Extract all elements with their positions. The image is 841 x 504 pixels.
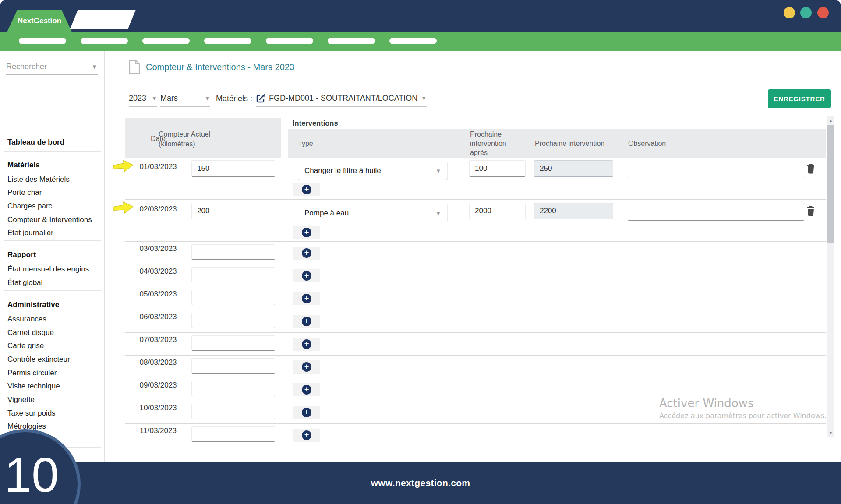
- add-intervention-button[interactable]: +: [302, 339, 311, 349]
- row-date: 08/03/2023: [125, 358, 191, 367]
- compteur-input[interactable]: [191, 160, 275, 177]
- save-button[interactable]: ENREGISTRER: [768, 89, 831, 108]
- observation-input[interactable]: [628, 204, 804, 221]
- compteur-input[interactable]: [191, 381, 275, 396]
- table-row: 11/03/2023 +: [125, 423, 826, 446]
- compteur-input[interactable]: [191, 244, 275, 260]
- materiel-select[interactable]: FGD-MD001 - SOUTRAITANT/LOCATION ▼: [256, 90, 427, 107]
- next-intervention-input: [534, 203, 613, 219]
- nav-menu-pill[interactable]: [142, 38, 190, 44]
- footer-bar: www.nextgestion.com: [0, 462, 841, 504]
- sidebar-item-carnet-disque[interactable]: Carnet disque: [7, 328, 54, 337]
- sidebar-item-assurances[interactable]: Assurances: [7, 315, 46, 324]
- month-select-value: Mars: [160, 94, 178, 103]
- window-maximize-dot[interactable]: [800, 7, 812, 18]
- sidebar-item-taxe-sur-poids[interactable]: Taxe sur poids: [7, 409, 56, 418]
- nav-menu-pill[interactable]: [19, 38, 66, 44]
- compteur-input[interactable]: [191, 267, 275, 282]
- highlight-arrow: [113, 199, 135, 217]
- sidebar-section-administrative: Administrative: [7, 300, 59, 309]
- row-date: 06/03/2023: [125, 313, 191, 321]
- sidebar-item-etat-mensuel[interactable]: État mensuel des engins: [7, 265, 89, 274]
- windows-watermark-subtitle: Accédez aux paramètres pour activer Wind…: [659, 412, 827, 420]
- col-header-type: Type: [298, 139, 313, 148]
- compteur-input[interactable]: [191, 358, 275, 374]
- add-intervention-button[interactable]: +: [302, 385, 311, 395]
- row-date: 07/03/2023: [125, 335, 191, 344]
- table-header-left: Date Compteur Actuel (kilomètres): [125, 118, 281, 158]
- sidebar-item-charges-parc[interactable]: Charges parc: [7, 202, 52, 211]
- add-intervention-button[interactable]: +: [302, 271, 311, 281]
- plus-pad: +: [293, 429, 320, 442]
- add-intervention-button[interactable]: +: [302, 228, 311, 237]
- sidebar-search: ▼: [6, 60, 98, 75]
- chevron-down-icon: ▼: [435, 210, 441, 217]
- observation-input[interactable]: [628, 162, 804, 178]
- month-select[interactable]: Mars ▼: [160, 90, 210, 107]
- sidebar-item-dashboard[interactable]: Tableau de bord: [7, 138, 64, 147]
- add-intervention-button[interactable]: +: [302, 408, 311, 417]
- col-header-next: Prochaine intervention: [535, 139, 604, 148]
- nav-menu-pill[interactable]: [389, 38, 437, 44]
- add-intervention-button[interactable]: +: [302, 185, 311, 194]
- chevron-down-icon[interactable]: ▼: [92, 63, 97, 70]
- scroll-down-button[interactable]: ▼: [827, 429, 834, 437]
- sidebar-item-permis-circuler[interactable]: Permis circuler: [7, 369, 57, 377]
- browser-tab-blank: [70, 10, 136, 29]
- window-close-dot[interactable]: [817, 7, 829, 18]
- sidebar-item-compteur-interventions[interactable]: Compteur & Interventions: [7, 215, 92, 224]
- main-nav-bar: [0, 32, 841, 51]
- compteur-input[interactable]: [191, 335, 275, 351]
- add-intervention-button[interactable]: +: [302, 294, 311, 303]
- col-header-compteur: Compteur Actuel (kilomètres): [159, 130, 210, 149]
- interventions-subheader: Type Prochaine intervention après Procha…: [288, 129, 826, 158]
- add-intervention-button[interactable]: +: [302, 317, 311, 326]
- window-minimize-dot[interactable]: [784, 7, 795, 18]
- sidebar-item-carte-grise[interactable]: Carte grise: [7, 342, 44, 350]
- table-header-interventions: Interventions Type Prochaine interventio…: [288, 115, 826, 158]
- col-header-observation: Observation: [628, 139, 666, 148]
- sidebar-item-vignette[interactable]: Vignette: [7, 395, 35, 404]
- brand-tab[interactable]: NextGestion: [7, 10, 72, 32]
- trash-icon[interactable]: [806, 163, 815, 174]
- plus-pad: +: [293, 247, 320, 260]
- sidebar-item-controle-extincteur[interactable]: Contrôle extincteur: [7, 355, 70, 364]
- vertical-scrollbar[interactable]: ▲ ▼: [827, 116, 834, 437]
- add-intervention-button[interactable]: +: [302, 362, 311, 372]
- compteur-input[interactable]: [191, 313, 275, 328]
- compteur-input[interactable]: [191, 290, 275, 305]
- col-header-compteur-line1: Compteur Actuel: [159, 130, 210, 139]
- materiel-label: Matériels :: [216, 94, 252, 103]
- page-title: Compteur & Interventions - Mars 2023: [146, 62, 294, 72]
- add-intervention-button[interactable]: +: [302, 430, 311, 440]
- col-header-compteur-line2: (kilomètres): [159, 139, 210, 149]
- add-intervention-button[interactable]: +: [302, 248, 311, 258]
- sidebar-item-liste-materiels[interactable]: Liste des Matériels: [7, 175, 70, 184]
- sidebar-item-etat-journalier[interactable]: État journalier: [7, 229, 53, 237]
- search-input[interactable]: [6, 60, 85, 73]
- sidebar-item-visite-technique[interactable]: Visite technique: [7, 382, 60, 391]
- nav-menu-pill[interactable]: [81, 38, 128, 44]
- next-after-input[interactable]: [469, 160, 526, 177]
- scroll-up-button[interactable]: ▲: [827, 116, 834, 124]
- nav-menu-pill[interactable]: [204, 38, 251, 44]
- divider: [4, 151, 101, 152]
- scrollbar-thumb[interactable]: [827, 125, 834, 243]
- table-row: 06/03/2023 +: [125, 310, 826, 332]
- row-date: 03/03/2023: [125, 244, 191, 253]
- trash-icon[interactable]: [806, 206, 815, 216]
- compteur-input[interactable]: [191, 404, 275, 419]
- divider: [4, 290, 101, 291]
- next-after-input[interactable]: [469, 203, 526, 219]
- year-select[interactable]: 2023 ▼: [129, 90, 157, 107]
- edit-icon[interactable]: [256, 94, 265, 103]
- type-select[interactable]: Changer le filtre à huile ▼: [298, 162, 448, 180]
- table-row: 05/03/2023 +: [125, 287, 826, 310]
- sidebar-item-porte-char[interactable]: Porte char: [7, 188, 42, 197]
- type-select[interactable]: Pompe à eau ▼: [298, 204, 448, 222]
- nav-menu-pill[interactable]: [266, 38, 313, 44]
- sidebar-item-etat-global[interactable]: État global: [7, 278, 42, 287]
- nav-menu-pill[interactable]: [328, 38, 375, 44]
- compteur-input[interactable]: [191, 426, 275, 442]
- compteur-input[interactable]: [191, 203, 275, 219]
